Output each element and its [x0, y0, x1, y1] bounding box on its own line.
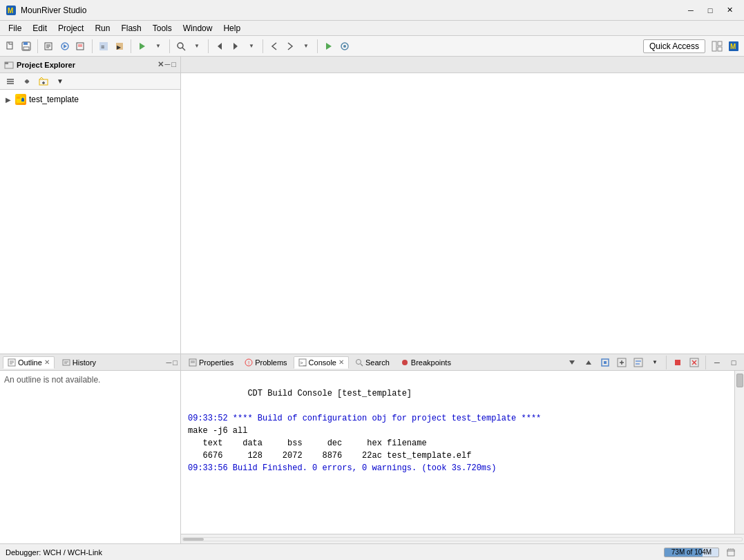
svg-text:!: !	[248, 360, 249, 366]
tab-history[interactable]: History	[57, 356, 101, 369]
toolbar-btn-debug-dropdown[interactable]: ▼	[151, 39, 166, 54]
tab-breakpoints[interactable]: Breakpoints	[396, 356, 456, 369]
editor-area	[181, 57, 744, 354]
tab-console[interactable]: >_ Console ✕	[294, 356, 349, 369]
vertical-scrollbar[interactable]	[734, 371, 744, 534]
toolbar-search-dropdown[interactable]: ▼	[189, 39, 204, 54]
svg-rect-35	[5, 62, 8, 64]
console-scroll-down[interactable]	[564, 355, 580, 370]
menu-file[interactable]: File	[3, 22, 27, 35]
toolbar-btn-6[interactable]: ▶	[112, 39, 127, 54]
maximize-icon: □	[732, 358, 736, 367]
toolbar-btn-search[interactable]	[173, 39, 189, 54]
pe-collapse-all[interactable]	[3, 74, 18, 89]
menu-flash[interactable]: Flash	[115, 22, 146, 35]
bottom-panel-minimize-icon[interactable]: ─	[166, 358, 172, 367]
toolbar-btn-clean[interactable]	[73, 39, 88, 54]
perspective-btn-1[interactable]	[709, 39, 725, 54]
perspective-btn-2[interactable]: M	[726, 39, 741, 54]
svg-marker-21	[140, 43, 145, 50]
memory-text: 73M of 104M	[665, 548, 718, 557]
app-icon: M	[6, 5, 17, 16]
breakpoints-icon	[401, 358, 409, 367]
tab-search[interactable]: Search	[350, 356, 394, 369]
svg-line-62	[361, 364, 363, 366]
svg-rect-31	[718, 47, 722, 51]
window-controls: ─ □ ✕	[682, 3, 738, 18]
project-explorer-icon	[4, 60, 14, 70]
console-scroll-up[interactable]	[581, 355, 596, 370]
panel-maximize-icon[interactable]: □	[171, 60, 176, 69]
menu-project[interactable]: Project	[53, 22, 89, 35]
editor-content	[181, 73, 744, 354]
close-button[interactable]: ✕	[721, 3, 738, 18]
quick-access-button[interactable]: Quick Access	[643, 39, 705, 53]
console-maximize[interactable]: □	[726, 355, 741, 370]
toolbar-btn-5[interactable]: ≡	[96, 39, 111, 54]
tab-console-close[interactable]: ✕	[338, 358, 344, 366]
pe-view-menu[interactable]: ▼	[53, 74, 68, 89]
svg-text:▶: ▶	[117, 44, 122, 50]
scrollbar-thumb[interactable]	[736, 374, 743, 387]
console-remove-launch[interactable]	[687, 355, 702, 370]
svg-rect-67	[604, 361, 607, 364]
console-display-selected[interactable]	[631, 355, 646, 370]
horizontal-scrollbar[interactable]	[181, 534, 744, 543]
svg-rect-78	[727, 550, 734, 556]
bottom-left-tabs: Outline ✕ History ─ □	[0, 354, 180, 371]
panel-close-icon[interactable]: ✕	[158, 60, 164, 69]
toolbar-history-dropdown[interactable]: ▼	[298, 39, 314, 54]
toolbar-btn-forward[interactable]	[283, 39, 298, 54]
console-display-dropdown[interactable]: ▼	[647, 355, 662, 370]
toolbar-btn-run[interactable]	[321, 39, 336, 54]
menu-edit[interactable]: Edit	[27, 22, 53, 35]
bottom-panel-maximize-icon[interactable]: □	[173, 358, 178, 367]
toolbar-btn-new[interactable]	[3, 39, 18, 54]
console-pin[interactable]	[598, 355, 613, 370]
pe-link-editor[interactable]	[19, 74, 35, 89]
panel-minimize-icon[interactable]: ─	[165, 60, 171, 69]
toolbar-btn-build[interactable]	[41, 39, 57, 54]
toolbar-btn-save[interactable]	[19, 39, 34, 54]
tab-search-label: Search	[365, 358, 390, 367]
console-line: text data bss dec hex filename	[188, 437, 727, 450]
toolbar-sep-6	[263, 39, 263, 53]
h-scrollbar-thumb[interactable]	[183, 538, 204, 541]
gc-button[interactable]	[723, 545, 738, 560]
menu-help[interactable]: Help	[218, 22, 246, 35]
svg-text:M: M	[730, 43, 736, 50]
toolbar-btn-run2[interactable]	[337, 39, 352, 54]
tab-outline[interactable]: Outline ✕	[3, 356, 55, 369]
tab-console-label: Console	[309, 358, 336, 367]
tab-problems[interactable]: ! Problems	[240, 356, 292, 369]
toolbar-btn-debug[interactable]	[135, 39, 150, 54]
tab-properties[interactable]: Properties	[184, 356, 238, 369]
toolbar-sep-4	[169, 39, 170, 53]
main-toolbar: ≡ ▶ ▼ ▼ ▼	[0, 36, 744, 57]
menu-window[interactable]: Window	[178, 22, 218, 35]
toolbar-btn-next[interactable]	[228, 39, 243, 54]
svg-rect-51	[63, 360, 70, 365]
tab-outline-close[interactable]: ✕	[44, 358, 50, 366]
toolbar-btn-build-all[interactable]	[57, 39, 73, 54]
toolbar-sep-3	[131, 39, 131, 53]
console-tab-bar: Properties ! Problems >_ Console ✕ Searc…	[181, 354, 744, 371]
minimize-button[interactable]: ─	[682, 3, 700, 18]
console-terminate[interactable]	[670, 355, 685, 370]
svg-rect-74	[675, 360, 680, 365]
toolbar-btn-prev[interactable]	[212, 39, 227, 54]
toolbar-nav-dropdown[interactable]: ▼	[244, 39, 259, 54]
console-new[interactable]	[614, 355, 629, 370]
maximize-button[interactable]: □	[701, 3, 719, 18]
pe-new-folder[interactable]	[36, 74, 51, 89]
menu-run[interactable]: Run	[89, 22, 115, 35]
console-minimize[interactable]: ─	[709, 355, 725, 370]
svg-rect-2	[7, 42, 12, 49]
console-line: 09:33:52 **** Build of configuration obj…	[188, 412, 727, 425]
top-panels: Project Explorer ✕ ─ □ ▼	[0, 57, 744, 354]
toolbar-btn-back[interactable]	[267, 39, 282, 54]
menu-tools[interactable]: Tools	[147, 22, 178, 35]
outline-message: An outline is not available.	[4, 375, 100, 385]
console-header-line: CDT Build Console [test_template]	[188, 375, 727, 412]
tree-item-project[interactable]: ▶ test_template	[3, 93, 178, 106]
